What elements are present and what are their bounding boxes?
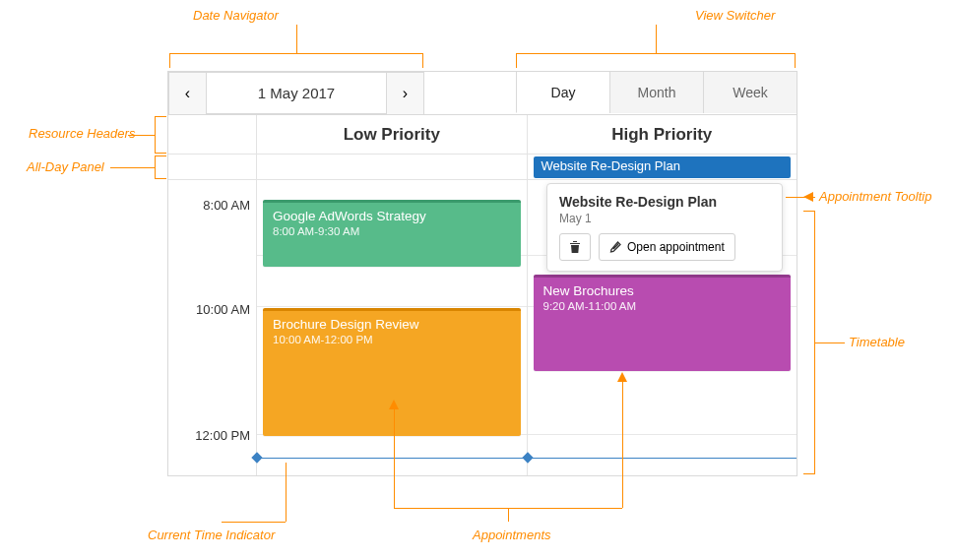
appointment-tooltip: Website Re-Design Plan May 1 Open appoin… [546, 183, 783, 272]
tooltip-actions: Open appointment [559, 233, 770, 261]
callout-appointment-tooltip: Appointment Tooltip [819, 189, 931, 204]
resource-headers: Low Priority High Priority [168, 115, 797, 155]
arrowhead-icon [803, 191, 815, 203]
view-tab-week[interactable]: Week [703, 72, 797, 113]
current-date-label[interactable]: 1 May 2017 [207, 73, 386, 113]
trash-icon [569, 240, 581, 254]
appointment-brochure-review[interactable]: Brochure Design Review 10:00 AM-12:00 PM [263, 308, 521, 436]
appointment-title: Google AdWords Strategy [273, 209, 511, 223]
time-column-header [168, 115, 257, 154]
scheduler-topbar: ‹ 1 May 2017 › Day Month Week [168, 72, 797, 115]
leader-appointments-1 [394, 409, 395, 508]
pencil-icon [609, 241, 621, 253]
timetable-col-low[interactable]: Google AdWords Strategy 8:00 AM-9:30 AM … [257, 180, 527, 475]
bracket-date-navigator [169, 53, 423, 68]
appointment-new-brochures[interactable]: New Brochures 9:20 AM-11:00 AM [534, 275, 792, 371]
callout-allday-panel: All-Day Panel [27, 159, 104, 174]
callout-timetable: Timetable [849, 335, 905, 349]
time-label-8am: 8:00 AM [203, 198, 250, 213]
time-label-12pm: 12:00 PM [195, 428, 250, 443]
allday-panel: Website Re-Design Plan [168, 155, 797, 180]
leader-appointments-2 [622, 382, 623, 508]
chevron-right-icon: › [403, 85, 408, 102]
bracket-resource-headers [155, 116, 166, 154]
leader-appointments-drop [508, 508, 509, 522]
allday-cell-low[interactable] [257, 155, 527, 179]
view-switcher: Day Month Week [516, 72, 797, 114]
resource-header-high: High Priority [527, 115, 797, 154]
delete-appointment-button[interactable] [559, 233, 591, 261]
gridline [528, 434, 797, 435]
allday-time-gutter [168, 155, 257, 179]
tooltip-title: Website Re-Design Plan [559, 194, 770, 210]
gridline [257, 306, 527, 307]
resource-header-low: Low Priority [257, 115, 527, 154]
prev-day-button[interactable]: ‹ [169, 73, 207, 114]
appointment-title: New Brochures [543, 283, 782, 298]
leader-allday-panel [110, 167, 155, 168]
topbar-spacer [424, 72, 516, 114]
leader-view-switcher [656, 25, 657, 53]
leader-date-navigator [296, 25, 297, 53]
time-gutter: 8:00 AM 10:00 AM 12:00 PM [168, 180, 257, 475]
time-label-10am: 10:00 AM [196, 302, 250, 317]
callout-current-time-indicator: Current Time Indicator [148, 528, 275, 542]
arrowhead-icon [616, 372, 628, 384]
leader-current-time-h [222, 522, 286, 523]
scheduler-panel: ‹ 1 May 2017 › Day Month Week Low Priori… [167, 71, 797, 476]
bracket-view-switcher [516, 53, 796, 68]
bracket-timetable [803, 211, 815, 474]
current-time-indicator [257, 458, 527, 459]
arrowhead-icon [388, 400, 400, 411]
diagram-canvas: Date Navigator View Switcher ‹ 1 May 201… [0, 0, 956, 560]
allday-appointment[interactable]: Website Re-Design Plan [534, 156, 792, 178]
chevron-left-icon: ‹ [185, 85, 190, 102]
appointment-time: 10:00 AM-12:00 PM [273, 334, 511, 345]
open-appointment-button[interactable]: Open appointment [599, 233, 735, 261]
date-navigator: ‹ 1 May 2017 › [168, 72, 424, 114]
callout-resource-headers: Resource Headers [29, 126, 135, 141]
appointment-time: 8:00 AM-9:30 AM [273, 225, 511, 237]
callout-appointments: Appointments [473, 528, 551, 542]
open-appointment-label: Open appointment [627, 240, 725, 254]
callout-view-switcher: View Switcher [695, 8, 775, 23]
bracket-allday-panel [155, 156, 166, 179]
appointment-time: 9:20 AM-11:00 AM [543, 300, 782, 312]
leader-current-time [286, 463, 287, 522]
appointment-adwords[interactable]: Google AdWords Strategy 8:00 AM-9:30 AM [263, 200, 521, 267]
appointment-title: Brochure Design Review [273, 317, 511, 332]
current-time-indicator [528, 458, 797, 459]
allday-appointment-title: Website Re-Design Plan [542, 158, 680, 173]
view-tab-day[interactable]: Day [516, 72, 609, 113]
callout-date-navigator: Date Navigator [193, 8, 279, 23]
tooltip-subtitle: May 1 [559, 212, 770, 225]
next-day-button[interactable]: › [386, 73, 423, 114]
leader-timetable [815, 342, 845, 343]
allday-cell-high[interactable]: Website Re-Design Plan [527, 155, 797, 179]
view-tab-month[interactable]: Month [609, 72, 703, 113]
